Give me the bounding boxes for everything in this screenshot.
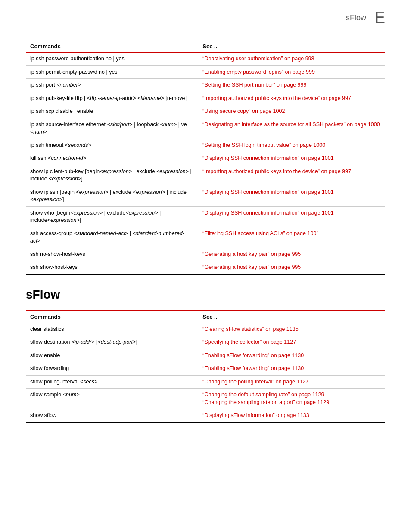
cmd-cell: show ip client-pub-key [begin<expression… (26, 165, 198, 186)
ref-link[interactable]: “Enabling empty password logins” on page… (202, 69, 315, 75)
table-row: show ip client-pub-key [begin<expression… (26, 165, 385, 186)
link-cell: “Displaying sFlow information” on page 1… (198, 409, 385, 423)
ref-link[interactable]: “Filtering SSH access using ACLs” on pag… (202, 230, 319, 236)
table-row: ip ssh source-interface ethernet <slot/p… (26, 118, 385, 139)
cmd-cell: ip ssh scp disable | enable (26, 105, 198, 118)
ref-link[interactable]: “Using secure copy” on page 1002 (202, 108, 285, 114)
ref-link[interactable]: “Enabling sFlow forwarding” on page 1130 (202, 365, 304, 371)
link-cell: “Changing the polling interval” on page … (198, 375, 385, 389)
cmd-cell: ssh show-host-keys (26, 261, 198, 274)
cmd-cell: sflow enable (26, 349, 198, 362)
cmd-cell: show who [begin<expression> | exclude<ex… (26, 206, 198, 227)
table-row: ssh access-group <standard-named-acl> | … (26, 227, 385, 248)
link-cell: “Setting the SSH port number” on page 99… (198, 79, 385, 92)
sflow-section-title: sFlow (26, 288, 385, 302)
cmd-cell: ssh no-show-host-keys (26, 248, 198, 261)
link-cell: “Enabling empty password logins” on page… (198, 65, 385, 79)
ref-link[interactable]: “Displaying sFlow information” on page 1… (202, 412, 309, 418)
ref-link[interactable]: “Displaying SSH connection information” … (202, 155, 333, 161)
cmd-cell: ip ssh permit-empty-passwd no | yes (26, 65, 198, 79)
link-cell: “Importing authorized public keys into t… (198, 92, 385, 105)
header-letter: E (375, 9, 385, 27)
ssh-col2-header: See ... (198, 40, 385, 53)
sflow-table: Commands See ... clear statistics“Cleari… (26, 310, 385, 423)
ref-link-2[interactable]: “Changing the sampling rate on a port” o… (202, 399, 329, 405)
table-row: clear statistics“Clearing sFlow statisti… (26, 323, 385, 336)
table-row: kill ssh <connection-id>“Displaying SSH … (26, 152, 385, 165)
link-cell: “Importing authorized public keys into t… (198, 165, 385, 186)
ref-link[interactable]: “Deactivating user authentication” on pa… (202, 56, 314, 62)
cmd-cell: ssh access-group <standard-named-acl> | … (26, 227, 198, 248)
table-row: ip ssh scp disable | enable“Using secure… (26, 105, 385, 118)
link-cell: “Enabling sFlow forwarding” on page 1130 (198, 349, 385, 362)
link-cell: “Displaying SSH connection information” … (198, 152, 385, 165)
cmd-cell: kill ssh <connection-id> (26, 152, 198, 165)
table-row: sflow forwarding“Enabling sFlow forwardi… (26, 362, 385, 376)
cmd-cell: show sflow (26, 409, 198, 423)
table-row: ip ssh port <number>“Setting the SSH por… (26, 79, 385, 92)
cmd-cell: show ip ssh [begin <expression> | exclud… (26, 186, 198, 206)
link-cell: “Deactivating user authentication” on pa… (198, 53, 385, 66)
ssh-col1-header: Commands (26, 40, 198, 53)
table-row: show ip ssh [begin <expression> | exclud… (26, 186, 385, 206)
table-row: sflow enable“Enabling sFlow forwarding” … (26, 349, 385, 362)
table-row: ip ssh pub-key-file tftp | <tftp-server-… (26, 92, 385, 105)
ref-link[interactable]: “Displaying SSH connection information” … (202, 189, 333, 195)
cmd-cell: ip ssh timeout <seconds> (26, 139, 198, 152)
table-row: show who [begin<expression> | exclude<ex… (26, 206, 385, 227)
sflow-col2-header: See ... (198, 311, 385, 323)
cmd-cell: ip ssh pub-key-file tftp | <tftp-server-… (26, 92, 198, 105)
sflow-col1-header: Commands (26, 311, 198, 323)
link-cell: “Enabling sFlow forwarding” on page 1130 (198, 362, 385, 376)
ref-link[interactable]: “Setting the SSH port number” on page 99… (202, 82, 306, 88)
ref-link[interactable]: “Clearing sFlow statistics” on page 1135 (202, 326, 298, 332)
table-row: ip ssh permit-empty-passwd no | yes“Enab… (26, 65, 385, 79)
ref-link[interactable]: “Enabling sFlow forwarding” on page 1130 (202, 352, 304, 358)
header-title: sFlow (346, 13, 366, 22)
ref-link[interactable]: “Setting the SSH login timeout value” on… (202, 142, 325, 148)
cmd-cell: clear statistics (26, 323, 198, 336)
ssh-table: Commands See ... ip ssh password-authent… (26, 40, 385, 275)
ref-link[interactable]: “Displaying SSH connection information” … (202, 210, 333, 216)
ref-link[interactable]: “Designating an interface as the source … (202, 121, 380, 128)
cmd-cell: ip ssh port <number> (26, 79, 198, 92)
link-cell: “Designating an interface as the source … (198, 118, 385, 139)
cmd-cell: sflow destination <ip-addr> [<dest-udp-p… (26, 336, 198, 349)
cmd-cell: sflow polling-interval <secs> (26, 375, 198, 389)
link-cell: “Changing the default sampling rate” on … (198, 389, 385, 409)
table-row: sflow sample <num>“Changing the default … (26, 389, 385, 409)
table-row: show sflow“Displaying sFlow information”… (26, 409, 385, 423)
table-row: sflow destination <ip-addr> [<dest-udp-p… (26, 336, 385, 349)
table-row: ssh no-show-host-keys“Generating a host … (26, 248, 385, 261)
table-row: ip ssh password-authentication no | yes“… (26, 53, 385, 66)
link-cell: “Setting the SSH login timeout value” on… (198, 139, 385, 152)
ref-link[interactable]: “Generating a host key pair” on page 995 (202, 251, 301, 257)
cmd-cell: sflow sample <num> (26, 389, 198, 409)
cmd-cell: ip ssh source-interface ethernet <slot/p… (26, 118, 198, 139)
ref-link[interactable]: “Generating a host key pair” on page 995 (202, 264, 301, 270)
link-cell: “Generating a host key pair” on page 995 (198, 261, 385, 274)
link-cell: “Filtering SSH access using ACLs” on pag… (198, 227, 385, 248)
ref-link[interactable]: “Importing authorized public keys into t… (202, 168, 351, 174)
cmd-cell: sflow forwarding (26, 362, 198, 376)
cmd-cell: ip ssh password-authentication no | yes (26, 53, 198, 66)
ref-link[interactable]: “Importing authorized public keys into t… (202, 95, 351, 101)
link-cell: “Clearing sFlow statistics” on page 1135 (198, 323, 385, 336)
ref-link[interactable]: “Changing the polling interval” on page … (202, 379, 308, 385)
table-row: ip ssh timeout <seconds>“Setting the SSH… (26, 139, 385, 152)
link-cell: “Displaying SSH connection information” … (198, 206, 385, 227)
table-row: ssh show-host-keys“Generating a host key… (26, 261, 385, 274)
link-cell: “Specifying the collector” on page 1127 (198, 336, 385, 349)
link-cell: “Using secure copy” on page 1002 (198, 105, 385, 118)
ref-link[interactable]: “Changing the default sampling rate” on … (202, 392, 324, 398)
page-header: sFlow E (26, 9, 385, 27)
ref-link[interactable]: “Specifying the collector” on page 1127 (202, 339, 296, 345)
link-cell: “Displaying SSH connection information” … (198, 186, 385, 206)
table-row: sflow polling-interval <secs>“Changing t… (26, 375, 385, 389)
link-cell: “Generating a host key pair” on page 995 (198, 248, 385, 261)
